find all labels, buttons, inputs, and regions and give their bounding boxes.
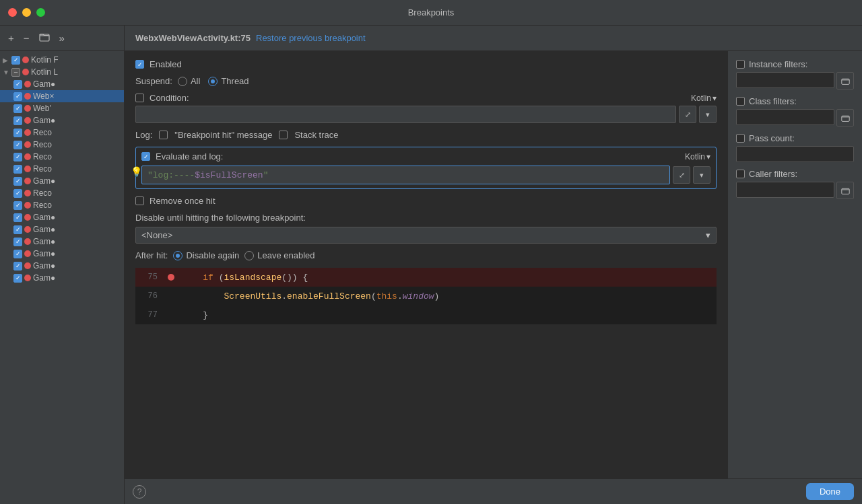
item-label: Web× xyxy=(33,92,54,101)
list-item[interactable]: ✓ Web' xyxy=(0,102,124,114)
list-item[interactable]: ✓ Gam● xyxy=(0,114,124,127)
more-button[interactable]: » xyxy=(57,31,67,45)
maximize-button[interactable] xyxy=(36,8,45,17)
checkbox[interactable]: ✓ xyxy=(13,262,22,271)
dot-icon xyxy=(24,250,31,257)
sidebar-item-kotlin-l[interactable]: ▼ − Kotlin L xyxy=(0,66,124,78)
right-panel: WebxWebViewActivity.kt:75 Restore previo… xyxy=(125,26,862,504)
help-button[interactable]: ? xyxy=(133,485,146,499)
suspend-all-option[interactable]: All xyxy=(178,76,200,86)
class-filters-folder-btn[interactable] xyxy=(836,109,854,127)
expand-icon-btn[interactable]: ⤢ xyxy=(679,106,696,123)
caller-filters-checkbox[interactable] xyxy=(736,170,745,178)
minimize-button[interactable] xyxy=(22,8,31,17)
checkbox[interactable]: ✓ xyxy=(13,225,22,234)
sidebar-item-kotlin-f[interactable]: ▶ ✓ Kotlin F xyxy=(0,54,124,66)
suspend-thread-option[interactable]: Thread xyxy=(208,76,248,86)
eval-kotlin-badge[interactable]: Kotlin ▾ xyxy=(685,152,710,161)
pass-count-input[interactable] xyxy=(736,146,854,162)
list-item[interactable]: ✓ Reco xyxy=(0,151,124,163)
log-row: Log: "Breakpoint hit" message Stack trac… xyxy=(135,130,717,140)
list-item[interactable]: ✓ Gam● xyxy=(0,78,124,90)
condition-kotlin-badge[interactable]: Kotlin ▾ xyxy=(691,94,717,103)
checkbox[interactable]: ✓ xyxy=(13,274,22,283)
thread-label: Thread xyxy=(221,76,248,86)
eval-input[interactable]: "log:----$isFullScreen" xyxy=(141,166,670,184)
instance-filters-label: Instance filters: xyxy=(749,59,807,69)
instance-filters-folder-btn[interactable] xyxy=(836,72,854,89)
class-filters-input[interactable] xyxy=(736,109,834,125)
list-item[interactable]: ✓ Gam● xyxy=(0,272,124,284)
class-filters-input-row xyxy=(736,109,854,127)
dot-icon xyxy=(24,226,31,233)
list-item[interactable]: ✓ Gam● xyxy=(0,175,124,187)
remove-once-label: Remove once hit xyxy=(150,196,216,206)
list-item[interactable]: ✓ Gam● xyxy=(0,223,124,236)
instance-filters-checkbox[interactable] xyxy=(736,60,745,69)
checkbox[interactable]: ✓ xyxy=(13,189,22,198)
list-item[interactable]: ✓ Gam● xyxy=(0,211,124,223)
eval-dropdown-btn[interactable]: ▾ xyxy=(693,166,710,184)
checkbox-kotlin-l[interactable]: − xyxy=(11,68,20,77)
close-button[interactable] xyxy=(8,8,17,17)
dropdown-icon-btn[interactable]: ▾ xyxy=(699,106,717,123)
checkbox[interactable]: ✓ xyxy=(13,116,22,125)
enabled-checkbox[interactable]: ✓ xyxy=(135,60,144,69)
breakpoint-msg-checkbox[interactable] xyxy=(159,131,168,139)
list-item[interactable]: ✓ Web× xyxy=(0,90,124,102)
leave-enabled-option[interactable]: Leave enabled xyxy=(244,250,314,260)
leave-enabled-radio[interactable] xyxy=(244,251,254,260)
list-item[interactable]: ✓ Gam● xyxy=(0,248,124,260)
caller-filters-input[interactable] xyxy=(736,182,834,198)
eval-expand-btn[interactable]: ⤢ xyxy=(673,166,690,184)
list-item[interactable]: ✓ Gam● xyxy=(0,260,124,272)
list-item[interactable]: ✓ Reco xyxy=(0,163,124,175)
list-item[interactable]: ✓ Reco xyxy=(0,187,124,199)
instance-filters-input[interactable] xyxy=(736,72,834,88)
checkbox[interactable]: ✓ xyxy=(13,129,22,137)
pass-count-checkbox[interactable] xyxy=(736,134,745,143)
after-hit-row: After hit: Disable again Leave enabled xyxy=(135,250,717,260)
checkbox[interactable]: ✓ xyxy=(13,153,22,161)
checkbox[interactable]: ✓ xyxy=(13,165,22,174)
remove-once-checkbox[interactable] xyxy=(135,196,144,205)
add-button[interactable]: + xyxy=(5,31,17,45)
checkbox[interactable]: ✓ xyxy=(13,92,22,101)
restore-link[interactable]: Restore previous breakpoint xyxy=(256,33,366,43)
condition-input[interactable] xyxy=(135,106,676,123)
checkbox[interactable]: ✓ xyxy=(13,201,22,210)
breakpoint-msg-label: "Breakpoint hit" message xyxy=(174,130,272,140)
enabled-label: Enabled xyxy=(150,59,182,69)
eval-checkbox[interactable]: ✓ xyxy=(141,152,150,161)
eval-section: 💡 ✓ Evaluate and log: Kotlin ▾ "log:----… xyxy=(135,147,717,189)
disable-again-option[interactable]: Disable again xyxy=(173,250,239,260)
tree-group-kotlin-f: ▶ ✓ Kotlin F xyxy=(0,54,124,66)
caller-filters-folder-btn[interactable] xyxy=(836,182,854,199)
checkbox[interactable]: ✓ xyxy=(13,213,22,222)
checkbox[interactable]: ✓ xyxy=(13,141,22,149)
eval-string-suffix: " xyxy=(263,170,269,180)
all-radio[interactable] xyxy=(178,77,187,86)
folder-button[interactable] xyxy=(36,30,53,46)
list-item[interactable]: ✓ Reco xyxy=(0,139,124,151)
remove-button[interactable]: − xyxy=(21,31,32,45)
disable-until-dropdown[interactable]: <None> ▾ xyxy=(135,227,717,244)
thread-radio[interactable] xyxy=(208,77,218,86)
disable-again-label: Disable again xyxy=(186,250,239,260)
item-label: Gam● xyxy=(33,116,55,125)
checkbox-kotlin-f[interactable]: ✓ xyxy=(11,56,20,65)
disable-again-radio[interactable] xyxy=(173,251,183,260)
checkbox[interactable]: ✓ xyxy=(13,104,22,113)
checkbox[interactable]: ✓ xyxy=(13,250,22,258)
stack-trace-checkbox[interactable] xyxy=(279,131,288,139)
checkbox[interactable]: ✓ xyxy=(13,177,22,186)
done-button[interactable]: Done xyxy=(806,483,854,500)
list-item[interactable]: ✓ Gam● xyxy=(0,236,124,248)
condition-checkbox[interactable] xyxy=(135,94,144,102)
checkbox[interactable]: ✓ xyxy=(13,80,22,89)
class-filters-checkbox[interactable] xyxy=(736,97,745,106)
remove-once-row: Remove once hit xyxy=(135,196,717,206)
checkbox[interactable]: ✓ xyxy=(13,238,22,246)
list-item[interactable]: ✓ Reco xyxy=(0,199,124,211)
list-item[interactable]: ✓ Reco xyxy=(0,127,124,139)
